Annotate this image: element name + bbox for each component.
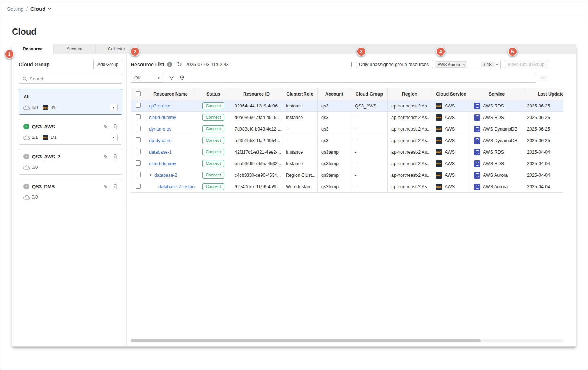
table-row[interactable]: dp-dynamo Connect a23b1b58-1fa2-4054... … bbox=[131, 135, 564, 146]
resource-id-cell: d0a03660-afa4-4515-... bbox=[231, 112, 282, 123]
cloud-group-title: Cloud Group bbox=[19, 62, 50, 67]
group-expand-button[interactable]: ▾ bbox=[110, 134, 118, 141]
last-updated-cell: 2025-06-25 bbox=[523, 123, 564, 135]
group-search-box[interactable] bbox=[19, 74, 122, 84]
condition-operator-value: OR bbox=[134, 75, 141, 80]
group-name: QS3_AWS_2 bbox=[32, 154, 60, 159]
group-cloud-count: 8/8 bbox=[32, 105, 38, 110]
resource-name-link[interactable]: dynamo-qs bbox=[149, 127, 171, 132]
table-row[interactable]: database-2-instan Connect 92e400e7-1b96-… bbox=[131, 181, 564, 193]
column-header-last-updated[interactable]: Last Updated bbox=[523, 88, 564, 100]
resource-name-link[interactable]: database-2 bbox=[154, 173, 177, 178]
info-icon[interactable]: i bbox=[167, 62, 172, 67]
table-row[interactable]: dynamo-qs Connect 7d983ef0-b048-4c12-...… bbox=[131, 123, 564, 135]
resource-name-link[interactable]: database-2-instan bbox=[158, 184, 195, 189]
edit-group-icon[interactable]: ✎ bbox=[103, 154, 108, 159]
last-updated-cell: 2025-06-25 bbox=[523, 112, 564, 123]
cluster-role-cell: Instance bbox=[282, 100, 318, 112]
row-checkbox[interactable] bbox=[136, 172, 141, 177]
cloud-group-card-qs3-dms[interactable]: × QS3_DMS ✎ 0/0 bbox=[19, 179, 122, 204]
resource-name-link[interactable]: cloud-dummy bbox=[149, 161, 176, 166]
last-updated-cell: 2025-06-25 bbox=[523, 135, 564, 146]
filter-builder-bar[interactable]: OR ▾ bbox=[131, 73, 536, 83]
aws-logo-icon: aws bbox=[436, 172, 442, 179]
horizontal-scrollbar-thumb[interactable] bbox=[131, 339, 481, 342]
select-all-checkbox[interactable] bbox=[136, 91, 141, 96]
column-header-status[interactable]: Status bbox=[196, 88, 231, 100]
service-filter-select[interactable]: AWS Aurora × + 18 ▾ bbox=[432, 60, 501, 69]
resource-table: Resource NameStatusResource IDCluster:Ro… bbox=[131, 88, 563, 193]
unassigned-filter: Only unassigned group resources bbox=[351, 62, 429, 67]
tab-resource[interactable]: Resource bbox=[12, 44, 54, 54]
edit-group-icon[interactable]: ✎ bbox=[103, 124, 108, 129]
more-options-icon[interactable]: ⋯ bbox=[540, 75, 547, 81]
table-row[interactable]: cloud-dummy Connect e5a99699-d59c-4532..… bbox=[131, 158, 564, 169]
cloud-group-card-qs3-aws-2[interactable]: × QS3_AWS_2 ✎ 0/0 bbox=[19, 149, 122, 175]
group-expand-button[interactable]: ▾ bbox=[110, 104, 118, 111]
chevron-down-icon bbox=[48, 8, 51, 10]
condition-operator-select[interactable]: OR ▾ bbox=[131, 73, 163, 83]
resource-name-link[interactable]: database-1 bbox=[149, 150, 172, 155]
refresh-icon[interactable]: ↻ bbox=[177, 62, 182, 67]
remove-chip-icon[interactable]: × bbox=[462, 62, 465, 67]
cloud-service-label: AWS bbox=[445, 150, 455, 155]
column-header-cloud-group[interactable]: Cloud Group bbox=[351, 88, 388, 100]
column-header-region[interactable]: Region bbox=[388, 88, 432, 100]
move-cloud-group-button[interactable]: Move Cloud Group bbox=[504, 60, 548, 69]
delete-group-icon[interactable] bbox=[113, 124, 118, 129]
column-header-resource-name[interactable]: Resource Name bbox=[145, 88, 196, 100]
row-checkbox[interactable] bbox=[136, 184, 141, 189]
column-header-account[interactable]: Account bbox=[318, 88, 351, 100]
tab-account[interactable]: Account bbox=[54, 44, 96, 54]
table-row[interactable]: cloud-dummy Connect d0a03660-afa4-4515-.… bbox=[131, 112, 564, 123]
cloud-service-label: AWS bbox=[445, 173, 455, 178]
cloud-icon bbox=[23, 195, 30, 200]
tab-bar: Resource Account Collector bbox=[12, 44, 576, 54]
column-header-cloud-service[interactable]: Cloud Service bbox=[432, 88, 470, 100]
pin-icon[interactable] bbox=[180, 75, 184, 80]
delete-group-icon[interactable] bbox=[113, 154, 118, 159]
resource-name-link[interactable]: cloud-dummy bbox=[149, 115, 176, 120]
row-checkbox[interactable] bbox=[136, 149, 141, 154]
cluster-role-cell: Instance bbox=[282, 112, 318, 123]
annotation-callout-1: 1 bbox=[5, 49, 14, 59]
cloud-group-card-qs3-aws[interactable]: ✓ QS3_AWS ✎ 1/1 aws 1/1 ▾ bbox=[19, 119, 122, 145]
region-cell: ap-northeast-2 As... bbox=[388, 135, 432, 146]
row-checkbox[interactable] bbox=[136, 126, 141, 131]
table-row[interactable]: ▼ database-2 Connect c4cb3330-ce90-4534.… bbox=[131, 169, 564, 181]
row-checkbox[interactable] bbox=[136, 160, 141, 166]
collapse-row-icon[interactable]: ▼ bbox=[149, 173, 152, 177]
disconnected-status-icon: × bbox=[23, 184, 29, 189]
cloud-group-cell: - bbox=[351, 181, 388, 193]
chevron-down-icon[interactable]: ▾ bbox=[496, 63, 498, 66]
edit-group-icon[interactable]: ✎ bbox=[103, 184, 108, 189]
group-search-input[interactable] bbox=[30, 76, 119, 82]
row-checkbox[interactable] bbox=[136, 114, 141, 119]
row-checkbox[interactable] bbox=[136, 103, 141, 108]
row-checkbox[interactable] bbox=[136, 137, 141, 142]
column-header-cluster-role[interactable]: Cluster:Role bbox=[282, 88, 318, 100]
unassigned-checkbox[interactable] bbox=[351, 62, 356, 67]
filter-icon[interactable] bbox=[169, 75, 174, 80]
cloud-group-card-all[interactable]: All 8/8 aws 8/8 ▾ bbox=[19, 89, 122, 115]
column-header-service[interactable]: Service bbox=[470, 88, 523, 100]
cloud-icon bbox=[23, 135, 30, 140]
resource-name-link[interactable]: dp-dynamo bbox=[149, 138, 172, 143]
table-row[interactable]: database-1 Connect 42f117c1-e321-4ee2-..… bbox=[131, 146, 564, 158]
table-row[interactable]: qs3-oracle Connect 02964e44-12e9-4c96...… bbox=[131, 100, 564, 112]
breadcrumb-setting-link[interactable]: Setting bbox=[7, 6, 24, 12]
add-group-button[interactable]: Add Group bbox=[93, 60, 122, 69]
last-updated-cell: 2025-04-04 bbox=[523, 169, 564, 181]
more-filters-badge[interactable]: + 18 bbox=[481, 62, 494, 67]
annotation-callout-3: 3 bbox=[357, 47, 366, 56]
resource-name-link[interactable]: qs3-oracle bbox=[149, 103, 170, 109]
breadcrumb-cloud-dropdown[interactable]: Cloud bbox=[30, 6, 52, 12]
service-cell: AWS RDS bbox=[470, 112, 523, 123]
breadcrumb: Setting / Cloud bbox=[0, 0, 588, 17]
annotation-callout-4: 4 bbox=[436, 47, 445, 56]
column-header-resource-id[interactable]: Resource ID bbox=[231, 88, 282, 100]
horizontal-scrollbar-track[interactable] bbox=[131, 339, 563, 342]
resource-list-title: Resource List bbox=[131, 62, 164, 67]
aws-logo-icon: aws bbox=[436, 149, 442, 155]
delete-group-icon[interactable] bbox=[113, 184, 118, 189]
